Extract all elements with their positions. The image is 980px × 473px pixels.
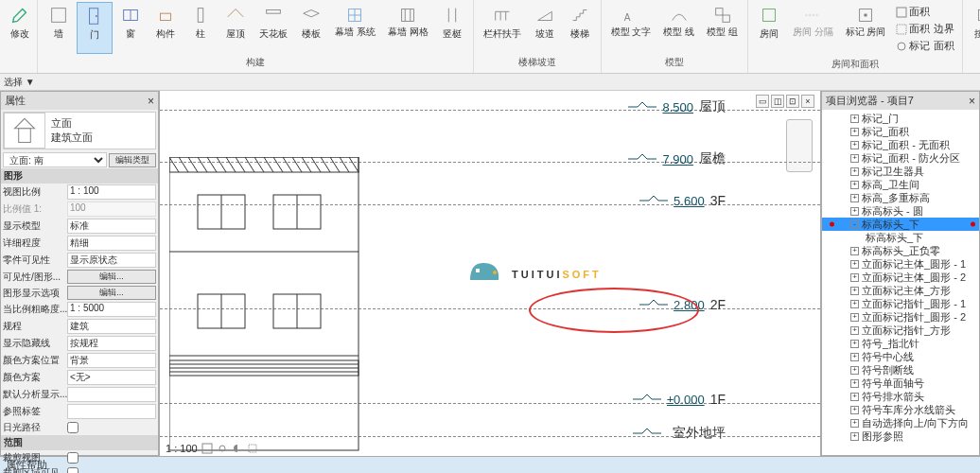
expand-icon[interactable]: + xyxy=(850,207,859,216)
expand-icon[interactable]: + xyxy=(850,181,859,189)
navigation-bar[interactable] xyxy=(786,119,813,172)
tree-item[interactable]: +标高标头_正负零 xyxy=(822,244,979,257)
prop-check-sun[interactable] xyxy=(67,422,79,433)
scale-display[interactable]: 1 : 100 xyxy=(166,443,198,454)
prop-value-hide_scale[interactable]: 1 : 5000 xyxy=(67,302,156,317)
shadows-icon[interactable] xyxy=(232,443,243,454)
tree-item[interactable]: +符号中心线 xyxy=(822,350,979,363)
tree-item[interactable]: +标高_卫生间 xyxy=(822,178,979,191)
type-selector[interactable]: 立面: 南 xyxy=(3,152,107,167)
door-button[interactable]: 门 xyxy=(77,2,113,54)
prop-value-ref[interactable] xyxy=(67,404,156,419)
expand-icon[interactable]: + xyxy=(850,406,859,414)
tree-item[interactable]: -标高标头_下 xyxy=(822,218,979,231)
expand-icon[interactable]: + xyxy=(850,340,859,348)
level-marker[interactable]: 5.6003F xyxy=(639,193,726,208)
edit-type-button[interactable]: 编辑类型 xyxy=(109,153,156,167)
visual-style-icon[interactable] xyxy=(201,443,213,454)
tree-item[interactable]: +标记_面积 - 防火分区 xyxy=(822,151,979,165)
type-preview[interactable]: 立面建筑立面 xyxy=(3,112,156,149)
model-text-button[interactable]: A模型 文字 xyxy=(605,2,657,54)
tree-item[interactable]: +标记_门 xyxy=(822,112,979,125)
expand-icon[interactable]: + xyxy=(850,128,859,136)
close-view-icon[interactable]: × xyxy=(801,95,814,108)
mullion-button[interactable]: 竖梃 xyxy=(435,2,469,54)
prop-edit-gdo[interactable]: 编辑... xyxy=(67,286,156,300)
tree-item[interactable]: +标记_面积 xyxy=(822,125,979,138)
area-button[interactable]: 面积 xyxy=(892,4,957,20)
extent-section[interactable]: 范围 xyxy=(1,435,158,450)
tree-item[interactable]: +立面标记主体_方形 xyxy=(822,284,979,297)
expand-icon[interactable]: + xyxy=(850,114,859,123)
prop-value-disp[interactable]: 标准 xyxy=(67,219,156,234)
level-marker[interactable]: 室外地坪 xyxy=(633,425,726,442)
view-control-1[interactable]: ▭ xyxy=(756,95,769,108)
prop-value-scale[interactable]: 1 : 100 xyxy=(67,184,156,200)
expand-icon[interactable]: + xyxy=(850,154,859,163)
tree-item[interactable]: +立面标记指针_圆形 - 2 xyxy=(822,310,979,324)
prop-value-color[interactable]: <无> xyxy=(67,370,156,385)
tree-item[interactable]: +自动选择向上/向下方向 xyxy=(822,416,979,429)
prop-edit-vg[interactable]: 编辑... xyxy=(67,270,156,284)
expand-icon[interactable]: + xyxy=(850,313,859,322)
expand-icon[interactable]: + xyxy=(850,353,859,361)
tree-item[interactable]: +标高_多重标高 xyxy=(822,191,979,204)
tree-item[interactable]: +立面标记主体_圆形 - 2 xyxy=(822,271,979,284)
expand-icon[interactable]: + xyxy=(850,194,859,202)
prop-value-color_loc[interactable]: 背景 xyxy=(67,353,156,368)
prop-value-disc[interactable]: 建筑 xyxy=(67,319,156,334)
tree-item[interactable]: 标高标头_下 xyxy=(822,231,979,244)
model-group-button[interactable]: 模型 组 xyxy=(701,2,744,54)
wall-button[interactable]: 墙 xyxy=(42,2,76,54)
ramp-button[interactable]: 坡道 xyxy=(528,2,562,54)
browser-tree[interactable]: +标记_门+标记_面积+标记_面积 - 无面积+标记_面积 - 防火分区+标记卫… xyxy=(822,110,979,455)
close-icon[interactable]: × xyxy=(148,95,154,108)
tree-item[interactable]: +符号单面轴号 xyxy=(822,377,979,390)
expand-icon[interactable]: + xyxy=(850,366,859,375)
model-line-button[interactable]: 模型 线 xyxy=(657,2,700,54)
column-button[interactable]: 柱 xyxy=(184,2,218,54)
expand-icon[interactable]: + xyxy=(850,273,859,282)
level-marker[interactable]: 7.900屋檐 xyxy=(628,150,726,167)
expand-icon[interactable]: + xyxy=(850,326,859,335)
tree-item[interactable]: +符号剖断线 xyxy=(822,363,979,377)
expand-icon[interactable]: + xyxy=(850,379,859,388)
expand-icon[interactable]: + xyxy=(850,167,859,176)
close-icon[interactable]: × xyxy=(969,95,975,108)
tag-room-button[interactable]: 标记 房间 xyxy=(840,2,892,56)
room-separator-button[interactable]: 房间 分隔 xyxy=(787,2,839,56)
tree-item[interactable]: +符号车库分水线箭头 xyxy=(822,403,979,416)
ext-check-crop[interactable] xyxy=(67,452,79,464)
prop-value-scale_val[interactable]: 100 xyxy=(67,201,156,217)
railing-button[interactable]: 栏杆扶手 xyxy=(478,2,527,54)
expand-icon[interactable]: + xyxy=(850,247,859,255)
tree-item[interactable]: +标记_面积 - 无面积 xyxy=(822,138,979,151)
tree-item[interactable]: +立面标记指针_圆形 - 1 xyxy=(822,297,979,310)
room-button[interactable]: 房间 xyxy=(752,2,786,56)
expand-icon[interactable]: - xyxy=(850,220,859,229)
component-button[interactable]: 构件 xyxy=(149,2,183,54)
view-control-2[interactable]: ◫ xyxy=(771,95,784,108)
crop-icon[interactable] xyxy=(247,443,258,454)
roof-button[interactable]: 屋顶 xyxy=(219,2,253,54)
prop-value-default[interactable] xyxy=(67,387,156,402)
sun-path-icon[interactable] xyxy=(217,443,228,454)
level-marker[interactable]: 8.500屋顶 xyxy=(628,98,726,115)
drawing-canvas[interactable]: ▭ ◫ ⊡ × 8.500屋顶7.900屋檐5.6003F2.8002F±0.0… xyxy=(159,91,821,456)
floor-button[interactable]: 楼板 xyxy=(294,2,328,54)
by-face-button[interactable]: 按面 xyxy=(967,2,980,56)
tree-item[interactable]: +图形参照 xyxy=(822,429,979,443)
area-boundary-button[interactable]: 面积 边界 xyxy=(892,21,957,37)
curtain-grid-button[interactable]: 幕墙 网格 xyxy=(382,2,434,54)
modify-button[interactable]: 修改 xyxy=(4,2,36,43)
tree-item[interactable]: +标记卫生器具 xyxy=(822,165,979,178)
expand-icon[interactable]: + xyxy=(850,141,859,149)
expand-icon[interactable]: + xyxy=(850,432,859,441)
ceiling-button[interactable]: 天花板 xyxy=(254,2,293,54)
expand-icon[interactable]: + xyxy=(850,393,859,401)
tag-area-button[interactable]: 标记 面积 xyxy=(892,38,957,54)
tree-item[interactable]: +立面标记指针_方形 xyxy=(822,324,979,337)
ext-check-crop_vis[interactable] xyxy=(67,467,79,473)
expand-icon[interactable]: + xyxy=(850,419,859,428)
prop-value-vis[interactable]: 显示原状态 xyxy=(67,253,156,268)
